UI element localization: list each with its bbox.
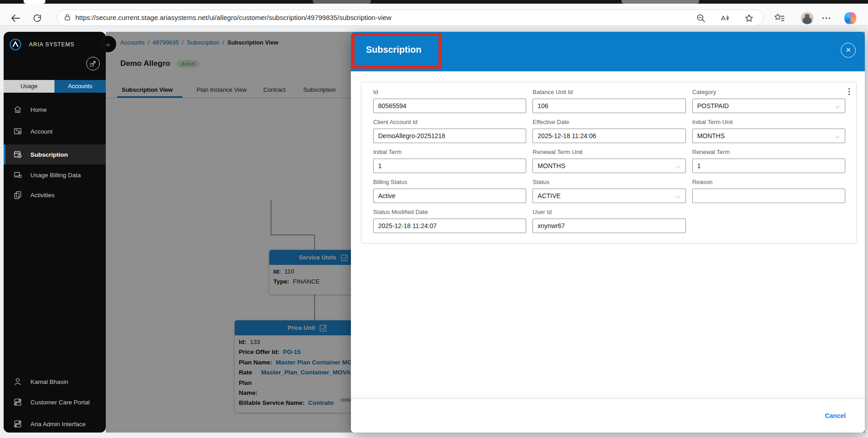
sidebar-item-aria-admin-interface[interactable]: Aria Admin Interface [4,415,106,433]
sidebar-item-label: Account [30,128,53,135]
field-label: Balance Unit Id [533,89,686,95]
field-billing-status: Billing Status [373,179,526,203]
expand-icon[interactable] [86,57,100,70]
field-label: Status [533,179,686,185]
sidebar-item-label: Activities [30,192,54,199]
field-status-modified-date: Status Modified Date [373,209,526,233]
field-label: Billing Status [373,179,526,185]
active-tab-notch [24,0,45,4]
ellipsis-menu-icon[interactable] [821,13,832,24]
sidebar-item-label: Kamal Bhasin [30,378,68,385]
reason-input[interactable] [692,189,845,203]
field-label: Renewal Term Unit [533,149,686,155]
field-label: Renewal Term [692,149,845,155]
sidebar-item-label: Aria Admin Interface [30,421,86,428]
billing-status-input[interactable] [373,189,526,203]
empty-cell [692,209,845,233]
field-status: Status ACTIVE [533,179,686,203]
renewal-term-unit-select[interactable]: MONTHS [533,159,686,173]
modal-footer: Cancel [351,398,865,433]
brand-name: ARIA SYSTEMS [29,41,74,48]
sidebar-item-customer-care-portal[interactable]: Customer Care Portal [4,393,106,411]
field-label: Effective Date [533,119,686,125]
status-modified-date-input[interactable] [373,219,526,233]
browser-tab-strip [0,0,868,4]
sidebar-item-subscription[interactable]: $ Subscription [4,144,106,164]
svg-text:$: $ [19,154,20,157]
favorite-star-icon[interactable] [744,13,755,24]
chevron-down-icon [676,194,680,199]
account-icon [13,126,23,136]
sidebar: ARIA SYSTEMS « Usage Accounts Home Accou… [4,32,106,433]
screen: https://secure.current.stage.ariasystems… [0,0,868,438]
sidebar-item-label: Subscription [30,151,68,158]
sidebar-item-usage-billing-data[interactable]: Usage Billing Data [4,166,106,184]
sidebar-item-label: Usage Billing Data [30,172,81,179]
sidebar-item-home[interactable]: Home [4,100,106,119]
modal-title: Subscription [366,45,421,55]
initial-term-input[interactable] [373,159,526,173]
usage-billing-icon [13,170,23,180]
field-label: Initial Term Unit [692,119,845,125]
browser-toolbar: https://secure.current.stage.ariasystems… [0,4,868,25]
user-id-input[interactable] [533,219,686,233]
select-value: POSTPAID [697,102,729,110]
category-select[interactable]: POSTPAID [692,99,845,113]
refresh-icon[interactable] [32,13,42,23]
sidebar-item-account[interactable]: Account [4,122,106,140]
select-value: MONTHS [538,162,565,169]
balance-unit-id-input[interactable] [533,99,686,113]
field-label: Id [373,89,526,95]
field-renewal-term-unit: Renewal Term Unit MONTHS [533,149,686,173]
sidebar-tab-usage[interactable]: Usage [4,80,54,93]
sidebar-tab-accounts[interactable]: Accounts [54,80,106,93]
select-value: MONTHS [697,132,725,139]
field-renewal-term: Renewal Term [692,149,845,173]
home-icon [13,105,23,114]
portal-toggle-icon [13,419,23,429]
cancel-button[interactable]: Cancel [825,412,846,419]
field-label: Client Account Id [373,119,526,125]
back-arrow-icon[interactable] [10,13,21,24]
subscription-modal: Subscription × Id Balance Unit Id Catego… [351,32,865,433]
renewal-term-input[interactable] [692,159,845,173]
field-balance-unit-id: Balance Unit Id [533,89,686,113]
activities-icon [13,190,23,200]
field-label: Initial Term [373,149,526,155]
sidebar-item-user[interactable]: Kamal Bhasin [4,373,106,391]
zoom-out-icon[interactable] [695,13,706,24]
initial-term-unit-select[interactable]: MONTHS [692,129,845,143]
sidebar-item-activities[interactable]: Activities [4,186,106,204]
client-account-id-input[interactable] [373,129,526,143]
field-category: Category POSTPAID [692,89,845,113]
field-label: Reason [692,179,845,185]
chevron-down-icon [835,104,840,109]
chevron-down-icon [835,134,840,139]
copilot-icon[interactable] [844,12,856,24]
subscription-form-card: Id Balance Unit Id Category POSTPAID Cli… [361,82,857,244]
user-icon [13,377,23,387]
effective-date-input[interactable] [533,129,686,143]
field-client-account-id: Client Account Id [373,119,526,143]
field-user-id: User Id [533,209,686,233]
url-text[interactable]: https://secure.current.stage.ariasystems… [75,10,391,26]
aria-logo-icon [9,38,22,51]
field-effective-date: Effective Date [533,119,686,143]
form-grid: Id Balance Unit Id Category POSTPAID Cli… [373,89,845,233]
kebab-menu-icon[interactable] [848,86,851,97]
sidebar-item-label: Home [30,106,47,113]
field-initial-term: Initial Term [373,149,526,173]
favorites-list-icon[interactable] [773,12,785,24]
profile-avatar[interactable] [801,12,814,25]
status-select[interactable]: ACTIVE [533,189,686,203]
field-label: Status Modified Date [373,209,526,215]
sidebar-item-label: Customer Care Portal [30,399,90,406]
id-input[interactable] [373,99,526,113]
close-icon[interactable]: × [841,43,856,58]
svg-text:A: A [721,14,725,22]
field-id: Id [373,89,526,113]
lock-icon[interactable] [63,13,72,22]
chevron-down-icon [676,164,680,169]
read-aloud-icon[interactable]: A [720,13,731,24]
field-initial-term-unit: Initial Term Unit MONTHS [692,119,845,143]
